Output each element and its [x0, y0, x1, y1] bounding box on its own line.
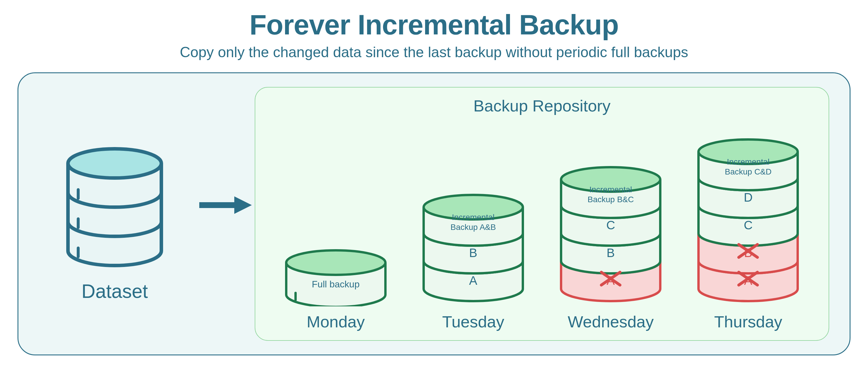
- segment-label: D: [693, 190, 804, 205]
- backup-top-label: IncrementalBackup B&C: [555, 185, 666, 204]
- backup-repository: Backup Repository Full backupMondayIncre…: [255, 87, 829, 341]
- dataset-section: Dataset: [33, 143, 196, 302]
- backup-stack: IncrementalBackup B&CCBA: [555, 164, 666, 306]
- day-label: Tuesday: [442, 312, 504, 331]
- segment-label: B: [693, 246, 804, 260]
- svg-rect-6: [294, 292, 297, 301]
- diagram-title: Forever Incremental Backup: [18, 9, 850, 41]
- backup-stack: IncrementalBackup C&DDCB A: [693, 136, 804, 306]
- segment-label: B: [418, 246, 529, 260]
- day-label: Monday: [307, 312, 365, 331]
- svg-rect-2: [77, 217, 80, 229]
- svg-point-0: [68, 149, 161, 178]
- day-column: IncrementalBackup A&BBATuesday: [418, 192, 529, 331]
- backup-top-label: IncrementalBackup A&B: [418, 212, 529, 232]
- outer-container: Dataset Backup Repository Full backupMon…: [18, 72, 850, 355]
- segment-label: C: [555, 218, 666, 232]
- day-label: Thursday: [714, 312, 782, 331]
- day-column: Full backupMonday: [280, 247, 391, 331]
- dataset-cylinder-icon: [56, 143, 173, 271]
- backup-stack: Full backup: [280, 247, 391, 306]
- diagram-subtitle: Copy only the changed data since the las…: [18, 44, 850, 61]
- backup-top-label: IncrementalBackup C&D: [693, 157, 804, 177]
- segment-label: A: [418, 274, 529, 288]
- dataset-label: Dataset: [82, 280, 148, 302]
- backup-cylinder-icon: [280, 247, 391, 306]
- svg-point-7: [286, 250, 385, 275]
- segment-label: C: [693, 218, 804, 232]
- svg-rect-1: [77, 188, 80, 200]
- repo-title: Backup Repository: [267, 96, 817, 115]
- segment-label: B: [555, 246, 666, 260]
- days-row: Full backupMondayIncrementalBackup A&BBA…: [267, 121, 817, 331]
- backup-top-label: Full backup: [280, 279, 391, 290]
- backup-stack: IncrementalBackup A&BBA: [418, 192, 529, 306]
- segment-label: A: [693, 274, 804, 288]
- arrow-right-icon: [196, 193, 255, 217]
- day-label: Wednesday: [568, 312, 654, 331]
- day-column: IncrementalBackup B&CCBA Wednesday: [555, 164, 666, 331]
- day-column: IncrementalBackup C&DDCB A Thursday: [693, 136, 804, 331]
- svg-rect-3: [77, 247, 80, 258]
- arrow-section: [196, 193, 255, 217]
- svg-marker-5: [234, 196, 252, 214]
- segment-label: A: [555, 274, 666, 288]
